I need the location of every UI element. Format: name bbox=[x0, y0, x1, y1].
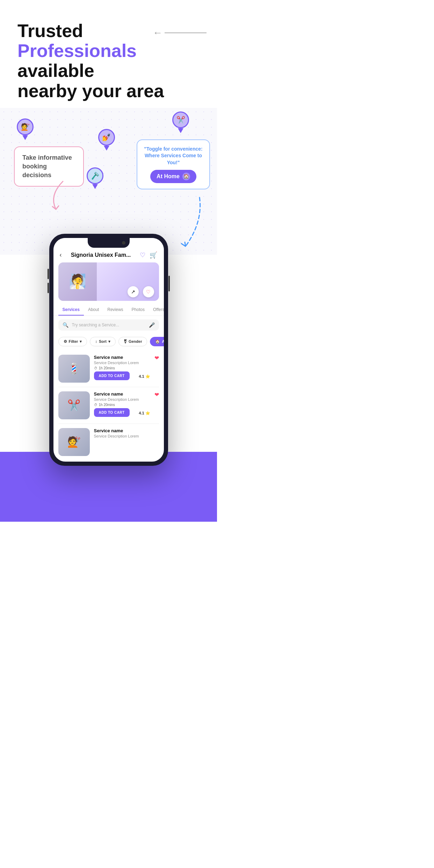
phone-wrapper: ‹ Signoria Unisex Fam... ♡ 🛒 🧖 ↗ ♡ Servi… bbox=[0, 234, 217, 466]
header-section: ← Trusted Professionals available nearby… bbox=[0, 0, 217, 108]
clock-icon-1: ⏱ bbox=[94, 366, 97, 370]
star-icon-2: ⭐ bbox=[145, 411, 150, 415]
tab-reviews[interactable]: Reviews bbox=[103, 304, 127, 316]
filter-dropdown-icon: ▾ bbox=[80, 339, 82, 344]
service-desc-2: Service Description Lorem bbox=[94, 397, 150, 402]
service-name-2: Service name bbox=[94, 391, 150, 397]
pin-avatar-2: 💅 bbox=[98, 129, 115, 146]
service-bottom-2: ADD TO CART 4.1 ⭐ bbox=[94, 408, 150, 417]
microphone-icon[interactable]: 🎤 bbox=[149, 322, 155, 328]
sort-icon: ↕ bbox=[95, 339, 97, 343]
heart-icon-2[interactable]: ❤ bbox=[154, 391, 159, 398]
pin-avatar-3: ✂️ bbox=[172, 111, 189, 128]
map-pin-2: 💅 bbox=[98, 129, 115, 151]
service-search-bar[interactable]: 🔍 Try searching a Service... 🎤 bbox=[58, 319, 159, 331]
service-desc-3: Service Description Lorem bbox=[94, 434, 159, 438]
toggle-tooltip: "Toggle for convenience: Where Services … bbox=[137, 139, 210, 189]
clock-icon-2: ⏱ bbox=[94, 403, 97, 407]
service-image-1: 💈 bbox=[58, 355, 90, 383]
map-pin-3: ✂️ bbox=[172, 111, 189, 133]
tab-offers[interactable]: Offers bbox=[149, 304, 164, 316]
house-icon: 🏠 bbox=[182, 173, 190, 180]
rating-2: 4.1 ⭐ bbox=[139, 411, 150, 415]
filter-chip-sort[interactable]: ↕ Sort ▾ bbox=[90, 337, 116, 346]
camera-dot bbox=[122, 241, 125, 245]
filter-icon: ⚙ bbox=[64, 339, 67, 344]
back-icon[interactable]: ‹ bbox=[60, 251, 62, 259]
home-filter-icon: 🏠 bbox=[155, 339, 160, 344]
pin-tip-1 bbox=[22, 135, 28, 140]
map-section: 💇 💅 ✂️ 🪒 Take informative booking decisi… bbox=[0, 108, 217, 255]
service-tabs: Services About Reviews Photos Offers bbox=[53, 304, 164, 316]
arrow-decoration: ← bbox=[153, 27, 207, 38]
pin-avatar-4: 🪒 bbox=[87, 167, 103, 184]
at-home-badge[interactable]: At Home 🏠 bbox=[150, 170, 196, 183]
store-title: Signoria Unisex Fam... bbox=[71, 252, 131, 258]
filter-chip-gender[interactable]: ⚧ Gender bbox=[118, 337, 147, 346]
service-time-1: ⏱ 1h 20mins bbox=[94, 366, 150, 370]
service-info-2: Service name Service Description Lorem ⏱… bbox=[94, 391, 150, 417]
rating-1: 4.1 ⭐ bbox=[139, 374, 150, 379]
service-name-3: Service name bbox=[94, 428, 159, 433]
service-name-1: Service name bbox=[94, 355, 150, 360]
service-info-3: Service name Service Description Lorem bbox=[94, 428, 159, 438]
banner-actions: ↗ ♡ bbox=[128, 286, 154, 297]
service-banner: 🧖 ↗ ♡ bbox=[58, 262, 159, 301]
search-placeholder: Try searching a Service... bbox=[72, 323, 145, 327]
at-home-label: At Home bbox=[157, 173, 180, 180]
tab-about[interactable]: About bbox=[84, 304, 103, 316]
phone-screen: ‹ Signoria Unisex Fam... ♡ 🛒 🧖 ↗ ♡ Servi… bbox=[53, 238, 164, 462]
star-icon-1: ⭐ bbox=[145, 374, 150, 379]
pin-tip-2 bbox=[104, 146, 109, 151]
heart-icon-1[interactable]: ❤ bbox=[154, 355, 159, 361]
filter-chip-at-home[interactable]: 🏠 At Home bbox=[150, 337, 164, 346]
wishlist-icon[interactable]: ♡ bbox=[140, 251, 145, 259]
service-list: 💈 Service name Service Description Lorem… bbox=[53, 349, 164, 462]
add-to-cart-button-1[interactable]: ADD TO CART bbox=[94, 371, 130, 380]
pink-arrow-decoration bbox=[42, 178, 70, 214]
service-info-1: Service name Service Description Lorem ⏱… bbox=[94, 355, 150, 380]
search-icon: 🔍 bbox=[63, 322, 68, 328]
service-image-3: 💇 bbox=[58, 428, 90, 456]
service-bottom-1: ADD TO CART 4.1 ⭐ bbox=[94, 371, 150, 380]
service-time-2: ⏱ 1h 20mins bbox=[94, 403, 150, 407]
tab-services[interactable]: Services bbox=[58, 304, 84, 316]
power-button bbox=[168, 276, 170, 291]
gender-icon: ⚧ bbox=[124, 339, 127, 344]
volume-button-2 bbox=[48, 283, 49, 293]
service-actions-2: ❤ bbox=[154, 391, 159, 398]
pin-avatar-1: 💇 bbox=[17, 118, 34, 135]
add-to-cart-button-2[interactable]: ADD TO CART bbox=[94, 408, 130, 417]
phone-notch bbox=[88, 238, 130, 248]
pin-tip-3 bbox=[178, 128, 183, 133]
banner-image: 🧖 bbox=[58, 262, 97, 301]
volume-button-1 bbox=[48, 269, 49, 279]
favorite-banner-button[interactable]: ♡ bbox=[143, 286, 154, 297]
service-item: 💈 Service name Service Description Lorem… bbox=[58, 350, 159, 387]
service-actions-1: ❤ bbox=[154, 355, 159, 361]
share-button[interactable]: ↗ bbox=[128, 286, 139, 297]
service-item-2: ✂️ Service name Service Description Lore… bbox=[58, 387, 159, 424]
filter-bar: ⚙ Filter ▾ ↕ Sort ▾ ⚧ Gender 🏠 At Home bbox=[53, 334, 164, 349]
cart-icon[interactable]: 🛒 bbox=[150, 251, 157, 259]
nav-icons: ♡ 🛒 bbox=[140, 251, 157, 259]
phone-mockup: ‹ Signoria Unisex Fam... ♡ 🛒 🧖 ↗ ♡ Servi… bbox=[49, 234, 168, 466]
service-item-3: 💇 Service name Service Description Lorem bbox=[58, 424, 159, 460]
map-pin-1: 💇 bbox=[17, 118, 34, 140]
sort-dropdown-icon: ▾ bbox=[108, 339, 110, 344]
map-pin-4: 🪒 bbox=[87, 167, 103, 189]
service-desc-1: Service Description Lorem bbox=[94, 361, 150, 365]
tab-photos[interactable]: Photos bbox=[128, 304, 149, 316]
service-image-2: ✂️ bbox=[58, 391, 90, 419]
filter-chip-filter[interactable]: ⚙ Filter ▾ bbox=[58, 337, 87, 346]
pin-tip-4 bbox=[92, 184, 98, 189]
